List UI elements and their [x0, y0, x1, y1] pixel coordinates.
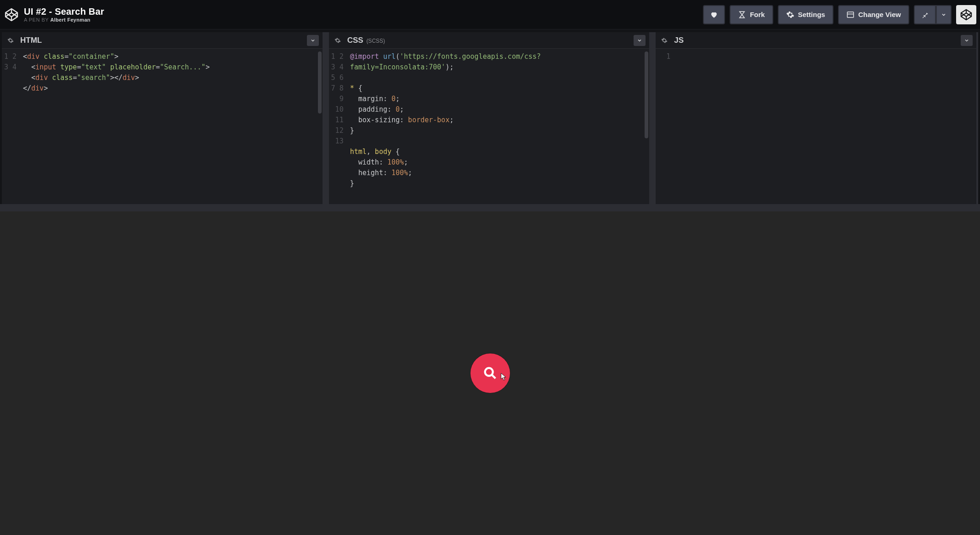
gear-icon	[7, 37, 14, 44]
pane-header-js: JS	[656, 32, 976, 49]
gear-icon	[786, 11, 794, 19]
pane-collapse-js[interactable]	[961, 35, 973, 46]
pane-settings-html[interactable]	[6, 35, 16, 46]
pin-button[interactable]	[914, 5, 936, 24]
author-link[interactable]: Albert Feynman	[51, 17, 91, 23]
pane-html: HTML 1 2 3 4 <div class="container"> <in…	[2, 32, 329, 204]
codepen-logo-icon[interactable]	[5, 8, 18, 22]
gear-icon	[334, 37, 341, 44]
chevron-down-icon	[637, 38, 642, 43]
settings-label: Settings	[798, 11, 825, 18]
pane-title-css-text: CSS	[347, 36, 363, 45]
pin-dropdown-button[interactable]	[936, 5, 952, 24]
gear-icon	[661, 37, 668, 44]
pin-icon	[921, 11, 929, 19]
topbar-actions: Fork Settings Change View	[703, 5, 976, 24]
change-view-button[interactable]: Change View	[838, 5, 909, 24]
svg-point-2	[485, 368, 493, 376]
pane-collapse-css[interactable]	[634, 35, 646, 46]
topbar: UI #2 - Search Bar A PEN BY Albert Feynm…	[0, 0, 980, 29]
fork-label: Fork	[750, 11, 765, 18]
scrollbar-css[interactable]	[645, 51, 648, 138]
editor-js[interactable]: 1	[656, 49, 976, 204]
svg-line-3	[492, 375, 495, 378]
pin-button-group	[914, 5, 952, 24]
pane-title-js: JS	[674, 36, 684, 45]
search-icon	[482, 365, 498, 381]
gutter-html: 1 2 3 4	[2, 49, 21, 204]
pane-js: JS 1	[656, 32, 978, 204]
search-button[interactable]	[470, 353, 510, 393]
svg-rect-0	[847, 12, 854, 17]
pane-subtitle-css: (SCSS)	[366, 38, 385, 44]
pane-settings-css[interactable]	[333, 35, 343, 46]
scrollbar-html[interactable]	[318, 51, 322, 114]
chevron-down-icon	[941, 12, 946, 17]
fork-button[interactable]: Fork	[730, 5, 773, 24]
title-block: UI #2 - Search Bar A PEN BY Albert Feynm…	[24, 6, 104, 23]
code-html[interactable]: <div class="container"> <input type="tex…	[21, 49, 323, 204]
gutter-js: 1	[656, 49, 675, 204]
editor-css[interactable]: 1 2 3 4 5 6 7 8 9 10 11 12 13 @import ur…	[329, 49, 650, 204]
pane-title-html: HTML	[20, 36, 42, 45]
settings-button[interactable]: Settings	[778, 5, 833, 24]
chevron-down-icon	[964, 38, 969, 43]
fork-icon	[738, 11, 746, 19]
byline-prefix: A PEN BY	[24, 17, 51, 23]
profile-button[interactable]	[956, 5, 976, 24]
pane-title-css: CSS (SCSS)	[347, 36, 385, 45]
change-view-label: Change View	[858, 11, 901, 18]
editors-row: HTML 1 2 3 4 <div class="container"> <in…	[0, 29, 980, 204]
gutter-css: 1 2 3 4 5 6 7 8 9 10 11 12 13	[329, 49, 348, 204]
pane-settings-js[interactable]	[659, 35, 669, 46]
layout-icon	[846, 11, 855, 19]
output-preview[interactable]	[0, 211, 980, 535]
code-js[interactable]	[675, 49, 976, 204]
code-css[interactable]: @import url('https://fonts.googleapis.co…	[348, 49, 650, 204]
pen-byline: A PEN BY Albert Feynman	[24, 17, 104, 23]
heart-button[interactable]	[703, 5, 725, 24]
pane-collapse-html[interactable]	[307, 35, 319, 46]
pen-title[interactable]: UI #2 - Search Bar	[24, 6, 104, 17]
pane-css: CSS (SCSS) 1 2 3 4 5 6 7 8 9 10 11 12 13…	[329, 32, 656, 204]
vertical-resizer[interactable]	[0, 204, 980, 211]
heart-icon	[710, 11, 718, 19]
pane-header-css: CSS (SCSS)	[329, 32, 650, 49]
chevron-down-icon	[310, 38, 316, 43]
codepen-avatar-icon	[960, 9, 972, 21]
pane-header-html: HTML	[2, 32, 323, 49]
editor-html[interactable]: 1 2 3 4 <div class="container"> <input t…	[2, 49, 323, 204]
